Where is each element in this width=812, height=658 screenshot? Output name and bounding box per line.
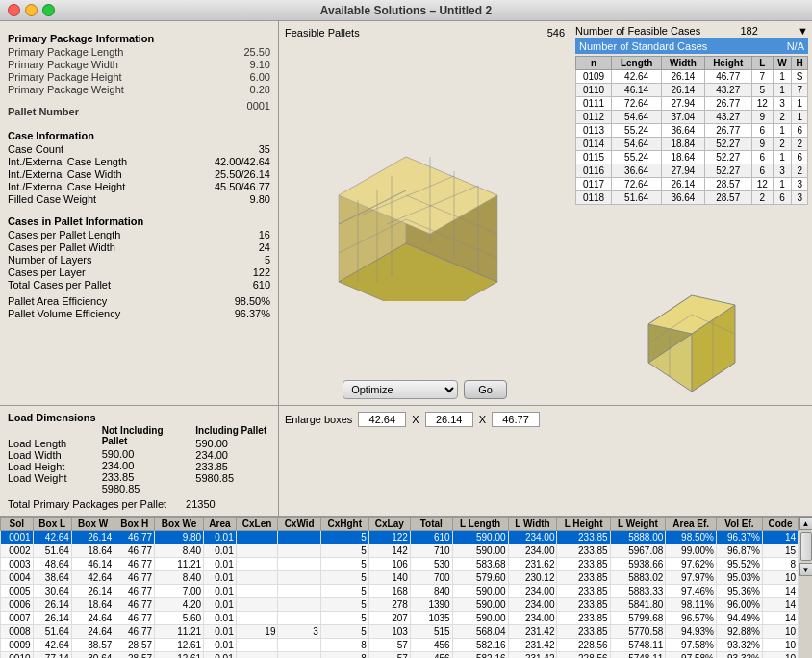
cases-cell: 46.77 [704,70,751,84]
table-row[interactable]: 000942.6438.5728.5712.610.01857456582.16… [1,639,799,652]
data-cell: 26.14 [33,612,71,625]
data-cell: 590.00 [452,598,508,612]
data-cell: 610 [410,531,452,544]
cases-table-row[interactable]: 011555.2418.6452.27616 [576,151,808,164]
data-cell: 38.57 [71,639,114,652]
vol-eff-row: Pallet Volume Efficiency 96.37% [8,308,270,319]
data-cell: 5748.11 [610,652,666,659]
enlarge-controls[interactable]: Enlarge boxes X X [285,412,806,427]
ll-ni: 590.00 [102,448,177,460]
case-width-row: Int./External Case Width 25.50/26.14 [8,168,270,180]
close-button[interactable] [8,4,20,16]
data-col-header: L Width [508,518,557,531]
table-row[interactable]: 000251.6418.6446.778.400.015142710590.00… [1,544,799,558]
enlarge-z-input[interactable] [492,412,540,427]
data-cell: 51.64 [33,625,71,639]
left-info-panel: Primary Package Information Primary Pack… [0,21,279,405]
data-cell: 94.93% [666,625,717,639]
cases-cell: 43.27 [704,111,751,124]
scroll-down-button[interactable]: ▼ [799,563,813,576]
maximize-button[interactable] [42,4,55,16]
cases-cell: 18.64 [662,151,704,164]
cases-cell: S [792,70,808,84]
data-cell: 95.36% [717,585,763,598]
data-cell: 710 [410,544,452,558]
data-cell: 700 [410,571,452,585]
data-cell [278,652,320,659]
data-cell [278,571,320,585]
table-row[interactable]: 000851.6424.6446.7711.210.01193510351556… [1,625,799,639]
data-col-header: L Height [557,518,610,531]
go-button[interactable]: Go [464,380,507,399]
cases-cell: 6 [751,124,773,138]
data-cell: 15 [762,544,798,558]
table-row[interactable]: 000626.1418.6446.774.200.0152781390590.0… [1,598,799,612]
table-row[interactable]: 000438.6442.6446.778.400.015140700579.60… [1,571,799,585]
scroll-thumb[interactable] [800,532,812,561]
scrollbar[interactable]: ▲ ▼ [799,517,812,658]
cpl-value: 16 [259,229,270,240]
scroll-up-button[interactable]: ▲ [799,517,813,530]
enlarge-x-input[interactable] [358,412,406,427]
cases-table-row[interactable]: 011454.6418.8452.27922 [576,138,808,151]
data-cell: 42.64 [71,571,114,585]
table-row[interactable]: 000726.1424.6446.775.600.0152071035590.0… [1,612,799,625]
data-cell: 0008 [1,625,34,639]
col-h: H [792,57,808,70]
cases-table-row[interactable]: 011772.6426.1428.571213 [576,178,808,191]
data-cell: 278 [368,598,410,612]
data-cell: 5 [320,625,368,639]
table-row[interactable]: 000530.6426.1446.777.000.015168840590.00… [1,585,799,598]
data-cell: 24.64 [71,625,114,639]
enlarge-y-input[interactable] [425,412,473,427]
pallet-3d-view [324,42,526,376]
data-cell: 0006 [1,598,34,612]
nol-row: Number of Layers 5 [8,254,270,266]
cases-cell: 72.64 [612,178,662,191]
cases-table-container[interactable]: n Length Width Height L W H 010942.6426.… [575,56,808,282]
cpw-row: Cases per Pallet Width 24 [8,241,270,253]
cases-table-row[interactable]: 010942.6426.1446.7771S [576,70,808,84]
case-width-value: 25.50/26.14 [215,168,270,180]
minimize-button[interactable] [25,4,38,16]
optimize-controls[interactable]: Optimize Go [343,380,507,399]
pp-length-label: Primary Package Length [8,46,123,58]
window-controls[interactable] [8,4,55,16]
data-cell: 0003 [1,558,34,571]
cases-table-row[interactable]: 011636.6427.9452.27632 [576,164,808,178]
cases-cell: 9 [751,111,773,124]
optimize-select[interactable]: Optimize [343,380,458,399]
pp-width-value: 9.10 [250,59,270,70]
col-height: Height [704,57,751,70]
data-cell: 12.61 [155,652,204,659]
x-separator-2: X [479,414,486,425]
data-cell: 46.77 [114,598,155,612]
data-table-container[interactable]: SolBox LBox WBox HBox WeAreaCxLenCxWidCx… [0,517,799,658]
cases-cell: 37.04 [662,111,704,124]
cases-cell: 18.84 [662,138,704,151]
data-cell: 96.37% [717,531,763,544]
table-row[interactable]: 000348.6446.1446.7711.210.015106530583.6… [1,558,799,571]
data-cell: 234.00 [508,585,557,598]
data-col-header: Code [762,518,798,531]
cases-table-row[interactable]: 011851.6436.6428.57263 [576,191,808,205]
data-cell: 96.00% [717,598,763,612]
cases-cell: 51.64 [612,191,662,205]
case-length-value: 42.00/42.64 [215,156,270,167]
total-cases-label: Total Cases per Pallet [8,279,111,291]
cases-table-row[interactable]: 011355.2436.6426.77616 [576,124,808,138]
data-cell: 96.87% [717,544,763,558]
dropdown-icon[interactable]: ▼ [798,25,808,37]
table-row[interactable]: 000142.6426.1446.779.800.015122610590.00… [1,531,799,544]
cases-table-row[interactable]: 011046.1426.1443.27517 [576,84,808,97]
data-cell: 233.85 [557,571,610,585]
data-cell: 5888.00 [610,531,666,544]
load-dims-title: Load Dimensions [8,412,270,423]
cases-table-row[interactable]: 011172.6427.9426.771231 [576,97,808,111]
data-cell: 24.64 [71,612,114,625]
data-cell: 8.40 [155,544,204,558]
cases-cell: 1 [773,84,792,97]
cases-table-row[interactable]: 011254.6437.0443.27921 [576,111,808,124]
feasible-pallets-value: 546 [547,27,565,38]
table-row[interactable]: 001077.1430.6428.5712.610.01857456582.16… [1,652,799,659]
